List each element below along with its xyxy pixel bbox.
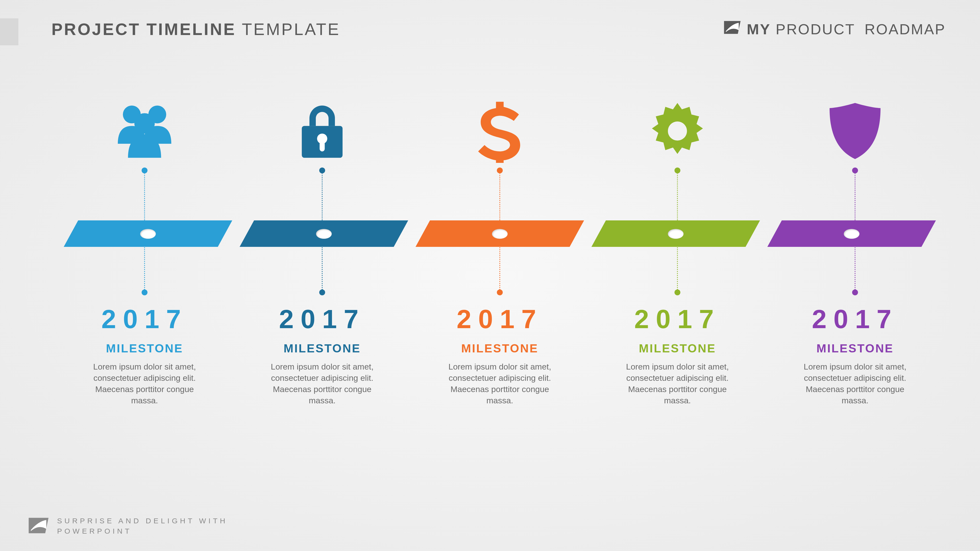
- people-icon: [113, 93, 177, 169]
- ribbon-5: [767, 221, 936, 247]
- brand-light: ROADMAP: [865, 21, 946, 38]
- brand-mid: PRODUCT: [776, 21, 855, 38]
- page-title: PROJECT TIMELINE TEMPLATE: [51, 20, 340, 39]
- brand-bold: MY: [747, 21, 771, 38]
- connector-dot-icon: [852, 167, 858, 173]
- milestone-year: 2017: [457, 304, 543, 334]
- milestone-subtitle: MILESTONE: [461, 341, 538, 355]
- milestone-body: Lorem ipsum dolor sit amet, consectetuer…: [794, 361, 916, 406]
- connector-top: [144, 169, 145, 221]
- connector-top: [499, 169, 500, 221]
- milestone-subtitle: MILESTONE: [106, 341, 183, 355]
- connector-top: [322, 169, 323, 221]
- milestone-1: 2017 MILESTONE Lorem ipsum dolor sit ame…: [64, 93, 225, 406]
- svg-point-3: [134, 113, 154, 133]
- brand-logo-icon: [723, 20, 742, 38]
- gear-icon: [646, 93, 709, 169]
- footer: SURPRISE AND DELIGHT WITH POWERPOINT: [27, 516, 228, 536]
- milestone-body: Lorem ipsum dolor sit amet, consectetuer…: [261, 361, 383, 406]
- milestone-subtitle: MILESTONE: [283, 341, 361, 355]
- connector-dot-icon: [142, 167, 148, 173]
- ribbon-1: [64, 221, 232, 247]
- connector-dot-icon: [497, 289, 503, 295]
- title-light: TEMPLATE: [236, 20, 340, 38]
- footer-line1: SURPRISE AND DELIGHT WITH: [57, 516, 228, 526]
- connector-dot-icon: [675, 167, 680, 173]
- header: PROJECT TIMELINE TEMPLATE MY PRODUCT ROA…: [51, 20, 946, 39]
- footer-line2: POWERPOINT: [57, 526, 228, 536]
- connector-top: [677, 169, 678, 221]
- lock-icon: [290, 93, 354, 169]
- connector-dot-icon: [319, 167, 325, 173]
- connector-dot-icon: [852, 289, 858, 295]
- milestone-year: 2017: [634, 304, 721, 334]
- milestone-year: 2017: [279, 304, 365, 334]
- connector-bottom: [677, 247, 678, 294]
- ribbon-3: [415, 221, 584, 247]
- ribbon-marker-icon: [140, 229, 156, 239]
- brand: MY PRODUCT ROADMAP: [723, 20, 946, 38]
- footer-logo-icon: [27, 517, 50, 535]
- connector-bottom: [854, 247, 856, 294]
- title-bold: PROJECT TIMELINE: [51, 20, 236, 38]
- ribbon-row: [64, 221, 936, 247]
- ribbon-marker-icon: [668, 229, 684, 239]
- milestone-subtitle: MILESTONE: [639, 341, 716, 355]
- milestone-5: 2017 MILESTONE Lorem ipsum dolor sit ame…: [774, 93, 936, 406]
- milestone-body: Lorem ipsum dolor sit amet, consectetuer…: [83, 361, 206, 406]
- milestone-body: Lorem ipsum dolor sit amet, consectetuer…: [439, 361, 561, 406]
- footer-text: SURPRISE AND DELIGHT WITH POWERPOINT: [57, 516, 228, 536]
- svg-point-7: [668, 121, 687, 141]
- connector-dot-icon: [675, 289, 680, 295]
- milestone-body: Lorem ipsum dolor sit amet, consectetuer…: [616, 361, 739, 406]
- connector-bottom: [499, 247, 500, 294]
- connector-dot-icon: [142, 289, 148, 295]
- milestone-2: 2017 MILESTONE Lorem ipsum dolor sit ame…: [241, 93, 403, 406]
- decorative-left-tab: [0, 18, 18, 45]
- timeline: 2017 MILESTONE Lorem ipsum dolor sit ame…: [64, 93, 936, 406]
- shield-icon: [823, 93, 887, 169]
- milestone-year: 2017: [102, 304, 188, 334]
- milestone-subtitle: MILESTONE: [816, 341, 894, 355]
- milestone-year: 2017: [812, 304, 898, 334]
- connector-dot-icon: [319, 289, 325, 295]
- ribbon-marker-icon: [492, 229, 508, 239]
- ribbon-marker-icon: [844, 229, 859, 239]
- milestone-3: 2017 MILESTONE Lorem ipsum dolor sit ame…: [419, 93, 581, 406]
- ribbon-4: [592, 221, 760, 247]
- ribbon-marker-icon: [316, 229, 332, 239]
- connector-bottom: [144, 247, 145, 294]
- connector-bottom: [322, 247, 323, 294]
- connector-top: [854, 169, 856, 221]
- ribbon-2: [240, 221, 408, 247]
- connector-dot-icon: [497, 167, 503, 173]
- milestone-4: 2017 MILESTONE Lorem ipsum dolor sit ame…: [597, 93, 758, 406]
- dollar-icon: [468, 93, 531, 169]
- svg-rect-6: [320, 141, 325, 152]
